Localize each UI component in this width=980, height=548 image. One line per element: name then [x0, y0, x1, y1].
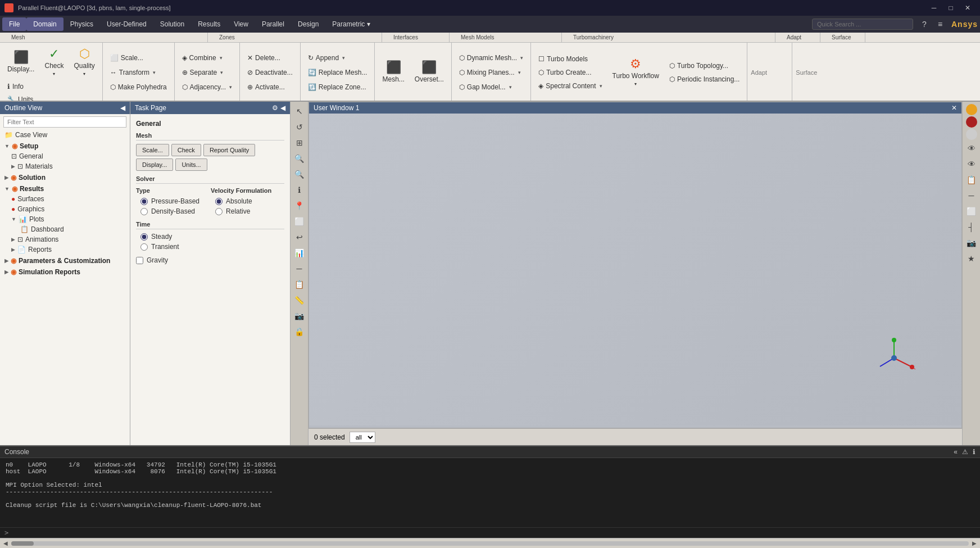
relative-radio[interactable]: Relative — [215, 207, 271, 215]
tree-general[interactable]: ⊡ General — [0, 151, 130, 161]
vtool-probe-btn[interactable]: 📍 — [292, 198, 307, 213]
vtool-minus-btn[interactable]: ─ — [292, 261, 307, 276]
rtool-copy-btn[interactable]: ⬜ — [964, 204, 979, 219]
append-button[interactable]: ↻ Append ▾ — [304, 52, 349, 64]
rtool-eye-btn[interactable]: 👁 — [964, 141, 979, 156]
rtool-color2-btn[interactable] — [966, 116, 977, 128]
spectral-content-button[interactable]: ◈ Spectral Content ▾ — [534, 80, 606, 92]
overset-button[interactable]: ⬛ Overset... — [411, 58, 448, 86]
vtool-zoom-out-btn[interactable]: 🔍 — [292, 167, 307, 182]
adjacency-button[interactable]: ⬡ Adjacency... ▾ — [178, 81, 236, 93]
tree-materials[interactable]: ▶ ⊡ Materials — [0, 161, 130, 171]
tree-graphics[interactable]: ● Graphics — [0, 204, 130, 214]
vtool-chart-btn[interactable]: 📊 — [292, 246, 307, 260]
scroll-track[interactable] — [11, 541, 969, 546]
help-icon-btn[interactable]: ? — [918, 17, 931, 31]
tree-surfaces[interactable]: ● Surfaces — [0, 194, 130, 204]
turbo-models-button[interactable]: ☐ Turbo Models — [534, 53, 606, 65]
delete-button[interactable]: ✕ Delete... — [243, 52, 284, 64]
mixing-planes-button[interactable]: ⬡ Mixing Planes... ▾ — [455, 66, 525, 79]
task-display-btn[interactable]: Display... — [136, 158, 173, 171]
task-settings-btn[interactable]: ⚙ — [272, 104, 278, 112]
menu-solution[interactable]: Solution — [153, 17, 191, 31]
gravity-checkbox[interactable] — [136, 257, 143, 264]
scale-button[interactable]: ⬜ Scale... — [106, 52, 147, 64]
tree-case-view[interactable]: 📁 Case View — [0, 130, 130, 140]
tree-plots[interactable]: ▼ 📊 Plots — [0, 214, 130, 224]
vtool-lock-btn[interactable]: 🔒 — [292, 324, 307, 339]
menu-parallel[interactable]: Parallel — [255, 17, 291, 31]
minimize-button[interactable]: ─ — [926, 2, 942, 13]
console-info-btn[interactable]: ℹ — [973, 448, 976, 456]
vtool-rotate-btn[interactable]: ↺ — [292, 120, 307, 134]
vtool-select-area-btn[interactable]: ⬜ — [292, 214, 307, 229]
user-window-close-btn[interactable]: ✕ — [951, 104, 957, 112]
rtool-color3-btn[interactable] — [966, 129, 977, 140]
console-collapse-btn[interactable]: « — [954, 448, 958, 456]
absolute-radio[interactable]: Absolute — [215, 197, 271, 205]
gravity-checkbox-label[interactable]: Gravity — [136, 256, 284, 264]
transient-radio[interactable]: Transient — [140, 243, 284, 251]
menu-design[interactable]: Design — [291, 17, 325, 31]
task-check-btn[interactable]: Check — [171, 144, 201, 156]
tree-dashboard[interactable]: 📋 Dashboard — [0, 224, 130, 234]
vtool-clip-btn[interactable]: 📋 — [292, 277, 307, 292]
tree-setup[interactable]: ▼ ◉ Setup — [0, 140, 130, 151]
check-button[interactable]: ✓ Check ▾ — [40, 45, 67, 79]
density-based-radio[interactable]: Density-Based — [140, 207, 199, 215]
tree-results[interactable]: ▼ ◉ Results — [0, 183, 130, 194]
tree-sim-reports[interactable]: ▶ ◉ Simulation Reports — [0, 266, 130, 277]
replace-zone-button[interactable]: 🔃 Replace Zone... — [304, 81, 370, 93]
menu-results[interactable]: Results — [191, 17, 227, 31]
rtool-camera-btn[interactable]: 📷 — [964, 235, 979, 250]
vtool-camera-btn[interactable]: 📷 — [292, 309, 307, 323]
transform-button[interactable]: ↔ Transform ▾ — [106, 66, 160, 79]
turbo-workflow-button[interactable]: ⚙ Turbo Workflow ▾ — [609, 55, 663, 89]
vtool-cursor-btn[interactable]: ↖ — [292, 104, 307, 119]
polyhedra-button[interactable]: ⬡ Make Polyhedra — [106, 81, 171, 93]
turbo-topology-button[interactable]: ⬡ Turbo Topology... — [665, 60, 743, 72]
vtool-undo-btn[interactable]: ↩ — [292, 230, 307, 244]
menu-file[interactable]: File — [2, 17, 26, 31]
outline-filter-input[interactable] — [3, 116, 126, 128]
task-report-quality-btn[interactable]: Report Quality — [203, 144, 255, 156]
replace-mesh-button[interactable]: 🔄 Replace Mesh... — [304, 66, 371, 79]
console-output[interactable]: n0 LAOPO 1/8 Windows-x64 34792 Intel(R) … — [0, 458, 980, 527]
scroll-right-btn[interactable]: ▶ — [971, 540, 978, 546]
periodic-instancing-button[interactable]: ⬡ Periodic Instancing... — [665, 73, 743, 85]
mesh-iface-button[interactable]: ⬛ Mesh... — [378, 58, 408, 86]
task-units-btn[interactable]: Units... — [175, 158, 207, 171]
scroll-thumb[interactable] — [11, 541, 34, 546]
task-collapse-btn[interactable]: ◀ — [280, 104, 285, 112]
close-button[interactable]: ✕ — [960, 2, 976, 13]
vtool-fit-btn[interactable]: ⊞ — [292, 135, 307, 150]
outline-collapse-btn[interactable]: ◀ — [120, 104, 125, 112]
display-button[interactable]: ⬛ Display... — [3, 48, 38, 76]
task-scale-btn[interactable]: Scale... — [136, 144, 169, 156]
activate-button[interactable]: ⊕ Activate... — [243, 81, 289, 93]
tree-params[interactable]: ▶ ◉ Parameters & Customization — [0, 255, 130, 266]
tree-reports[interactable]: ▶ 📄 Reports — [0, 244, 130, 255]
vtool-ruler-btn[interactable]: 📏 — [292, 293, 307, 307]
menu-domain[interactable]: Domain — [26, 17, 63, 31]
rtool-color1-btn[interactable] — [966, 104, 977, 115]
viewport-canvas[interactable] — [309, 114, 961, 425]
quick-search-input[interactable] — [812, 19, 913, 30]
menu-view[interactable]: View — [227, 17, 255, 31]
turbo-create-button[interactable]: ⬡ Turbo Create... — [534, 66, 606, 79]
console-warn-btn[interactable]: ⚠ — [962, 448, 968, 456]
selection-filter-select[interactable]: all — [350, 432, 375, 443]
info-button[interactable]: ℹ Info — [3, 80, 99, 93]
menu-physics[interactable]: Physics — [63, 17, 100, 31]
deactivate-button[interactable]: ⊘ Deactivate... — [243, 66, 297, 79]
steady-radio[interactable]: Steady — [140, 233, 284, 241]
tree-solution[interactable]: ▶ ◉ Solution — [0, 171, 130, 183]
units-button[interactable]: 🔧 Units... — [3, 93, 99, 102]
console-input[interactable] — [11, 529, 976, 537]
menu-user-defined[interactable]: User-Defined — [100, 17, 153, 31]
settings-icon-btn[interactable]: ≡ — [933, 17, 947, 31]
vtool-zoom-btn[interactable]: 🔍 — [292, 151, 307, 166]
rtool-clip-btn[interactable]: 📋 — [964, 173, 979, 187]
scroll-left-btn[interactable]: ◀ — [2, 540, 9, 546]
rtool-star-btn[interactable]: ★ — [964, 251, 979, 266]
